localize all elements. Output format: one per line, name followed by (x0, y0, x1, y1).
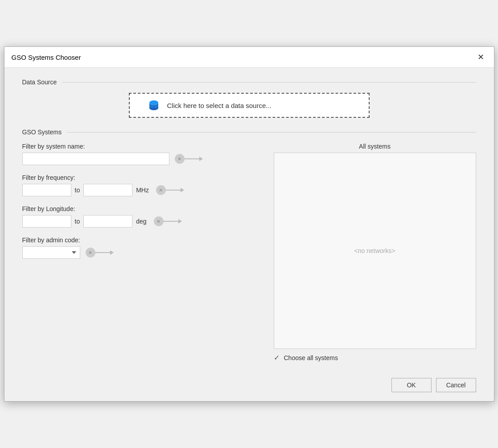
longitude-to-text: to (75, 218, 80, 225)
frequency-filter-arrow: ✕ (156, 185, 184, 195)
dialog-footer: OK Cancel (4, 371, 494, 401)
filter-frequency-to-input[interactable] (83, 184, 132, 196)
frequency-to-text: to (75, 187, 80, 194)
dialog-body: Data Source Click here to select a data … (4, 68, 494, 371)
filter-frequency-group: Filter by frequency: to MHz ✕ (22, 174, 263, 196)
filter-system-name-row: ✕ (22, 153, 263, 165)
filter-admin-code-group: Filter by admin code: ✕ (22, 236, 263, 259)
choose-all-checkmark-icon: ✓ (274, 353, 280, 362)
longitude-filter-arrow: ✕ (154, 216, 181, 226)
gso-section-header: GSO Systems (22, 129, 476, 136)
filter-frequency-label: Filter by frequency: (22, 174, 263, 181)
systems-list[interactable]: <no networks> (274, 153, 476, 349)
filter-system-name-label: Filter by system name: (22, 143, 263, 150)
svg-point-0 (149, 100, 158, 105)
select-data-source-label: Click here to select a data source... (167, 102, 272, 109)
filters-panel: Filter by system name: ✕ Filter by frequ… (22, 143, 263, 362)
frequency-arrow-line (166, 190, 184, 191)
close-button[interactable]: ✕ (475, 52, 487, 62)
data-source-section-header: Data Source (22, 79, 476, 86)
system-name-filter-arrow: ✕ (175, 154, 202, 164)
database-icon (148, 99, 160, 112)
filter-system-name-input[interactable] (22, 153, 169, 165)
filter-admin-code-label: Filter by admin code: (22, 236, 263, 244)
cancel-button[interactable]: Cancel (436, 378, 476, 392)
data-source-label: Data Source (22, 79, 57, 86)
all-systems-panel: All systems <no networks> ✓ Choose all s… (274, 143, 476, 362)
filter-frequency-row: to MHz ✕ (22, 184, 263, 196)
system-name-arrow-line (185, 158, 202, 159)
gso-systems-chooser-dialog: GSO Systems Chooser ✕ Data Source Click … (4, 46, 494, 402)
filter-admin-code-select[interactable] (22, 246, 80, 259)
select-data-source-button[interactable]: Click here to select a data source... (129, 93, 370, 118)
admin-code-arrow-line (95, 252, 113, 253)
no-networks-text: <no networks> (354, 247, 395, 254)
ok-button[interactable]: OK (391, 378, 432, 392)
filter-longitude-to-input[interactable] (83, 215, 132, 228)
gso-section-divider (67, 132, 476, 133)
filter-longitude-from-input[interactable] (22, 215, 71, 228)
filter-frequency-from-input[interactable] (22, 184, 71, 196)
dialog-title: GSO Systems Chooser (12, 54, 81, 61)
all-systems-label: All systems (274, 143, 476, 150)
longitude-unit: deg (136, 218, 146, 225)
frequency-clear-icon[interactable]: ✕ (156, 185, 166, 195)
filter-longitude-group: Filter by Longitude: to deg ✕ (22, 205, 263, 228)
data-source-divider (62, 82, 476, 83)
frequency-unit: MHz (136, 187, 149, 194)
filter-system-name-group: Filter by system name: ✕ (22, 143, 263, 165)
filter-longitude-label: Filter by Longitude: (22, 205, 263, 212)
title-bar: GSO Systems Chooser ✕ (4, 47, 494, 68)
gso-systems-section: GSO Systems Filter by system name: ✕ (22, 129, 476, 362)
admin-code-clear-icon[interactable]: ✕ (86, 248, 95, 257)
longitude-arrow-line (164, 221, 181, 222)
choose-all-label: Choose all systems (284, 354, 338, 361)
longitude-clear-icon[interactable]: ✕ (154, 216, 164, 226)
gso-section-label: GSO Systems (22, 129, 62, 136)
gso-body: Filter by system name: ✕ Filter by frequ… (22, 143, 476, 362)
choose-all-row: ✓ Choose all systems (274, 353, 476, 362)
system-name-clear-icon[interactable]: ✕ (175, 154, 185, 164)
filter-longitude-row: to deg ✕ (22, 215, 263, 228)
admin-code-filter-arrow: ✕ (86, 248, 113, 257)
filter-admin-code-row: ✕ (22, 246, 263, 259)
